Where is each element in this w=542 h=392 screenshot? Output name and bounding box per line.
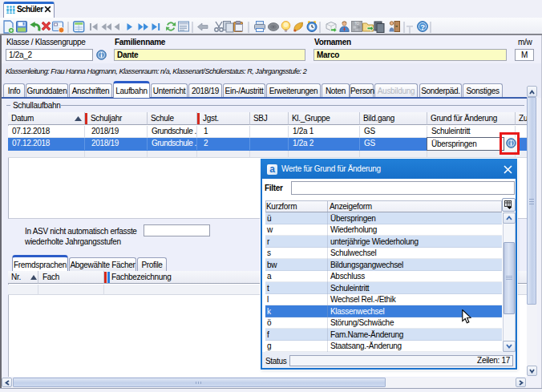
svg-text:?: ? <box>420 22 425 31</box>
svg-text:TO: TO <box>354 22 359 26</box>
